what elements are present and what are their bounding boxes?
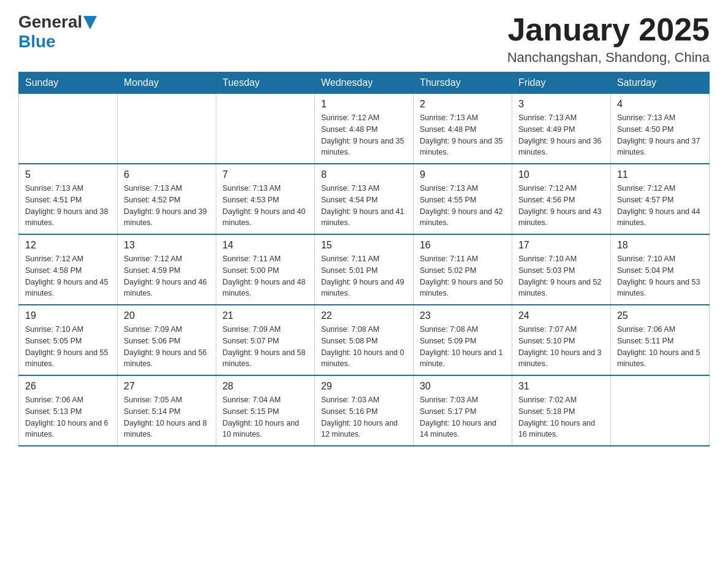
day-info: Sunrise: 7:12 AM Sunset: 4:57 PM Dayligh… [617, 183, 703, 229]
svg-marker-0 [83, 16, 97, 29]
day-cell: 6Sunrise: 7:13 AM Sunset: 4:52 PM Daylig… [117, 164, 216, 234]
day-cell: 12Sunrise: 7:12 AM Sunset: 4:58 PM Dayli… [19, 234, 118, 305]
title-block: January 2025 Nanchangshan, Shandong, Chi… [507, 12, 710, 66]
col-monday: Monday [117, 72, 216, 94]
day-cell: 17Sunrise: 7:10 AM Sunset: 5:03 PM Dayli… [512, 234, 610, 305]
day-cell: 23Sunrise: 7:08 AM Sunset: 5:09 PM Dayli… [413, 305, 512, 375]
day-cell: 30Sunrise: 7:03 AM Sunset: 5:17 PM Dayli… [413, 375, 512, 446]
day-cell: 4Sunrise: 7:13 AM Sunset: 4:50 PM Daylig… [610, 94, 709, 164]
day-number: 23 [420, 310, 506, 321]
day-number: 11 [617, 169, 703, 180]
day-info: Sunrise: 7:03 AM Sunset: 5:17 PM Dayligh… [420, 394, 506, 440]
day-number: 13 [124, 240, 210, 251]
day-cell [117, 94, 216, 164]
day-number: 20 [124, 310, 210, 321]
day-cell: 9Sunrise: 7:13 AM Sunset: 4:55 PM Daylig… [413, 164, 512, 234]
day-info: Sunrise: 7:13 AM Sunset: 4:49 PM Dayligh… [518, 112, 604, 158]
day-number: 3 [518, 99, 604, 110]
day-number: 30 [420, 381, 506, 392]
day-cell: 10Sunrise: 7:12 AM Sunset: 4:56 PM Dayli… [512, 164, 610, 234]
day-cell: 19Sunrise: 7:10 AM Sunset: 5:05 PM Dayli… [19, 305, 118, 375]
day-info: Sunrise: 7:13 AM Sunset: 4:52 PM Dayligh… [124, 183, 210, 229]
day-info: Sunrise: 7:06 AM Sunset: 5:11 PM Dayligh… [617, 324, 703, 370]
day-number: 1 [321, 99, 407, 110]
day-cell: 7Sunrise: 7:13 AM Sunset: 4:53 PM Daylig… [216, 164, 314, 234]
day-cell: 11Sunrise: 7:12 AM Sunset: 4:57 PM Dayli… [610, 164, 709, 234]
day-number: 21 [222, 310, 308, 321]
day-cell: 21Sunrise: 7:09 AM Sunset: 5:07 PM Dayli… [216, 305, 314, 375]
day-info: Sunrise: 7:13 AM Sunset: 4:48 PM Dayligh… [420, 112, 506, 158]
day-cell: 3Sunrise: 7:13 AM Sunset: 4:49 PM Daylig… [512, 94, 610, 164]
day-cell: 18Sunrise: 7:10 AM Sunset: 5:04 PM Dayli… [610, 234, 709, 305]
day-cell [216, 94, 314, 164]
day-info: Sunrise: 7:12 AM Sunset: 4:58 PM Dayligh… [25, 253, 111, 299]
col-thursday: Thursday [413, 72, 512, 94]
day-number: 17 [518, 240, 604, 251]
day-cell: 16Sunrise: 7:11 AM Sunset: 5:02 PM Dayli… [413, 234, 512, 305]
logo-general-text: General [18, 12, 82, 32]
logo-triangle-icon [83, 16, 97, 29]
week-row-4: 19Sunrise: 7:10 AM Sunset: 5:05 PM Dayli… [19, 305, 710, 375]
day-cell: 15Sunrise: 7:11 AM Sunset: 5:01 PM Dayli… [314, 234, 413, 305]
day-cell: 8Sunrise: 7:13 AM Sunset: 4:54 PM Daylig… [314, 164, 413, 234]
day-number: 15 [321, 240, 407, 251]
day-number: 12 [25, 240, 111, 251]
day-info: Sunrise: 7:04 AM Sunset: 5:15 PM Dayligh… [222, 394, 308, 440]
day-info: Sunrise: 7:12 AM Sunset: 4:59 PM Dayligh… [124, 253, 210, 299]
day-info: Sunrise: 7:13 AM Sunset: 4:54 PM Dayligh… [321, 183, 407, 229]
day-cell [19, 94, 118, 164]
day-cell: 13Sunrise: 7:12 AM Sunset: 4:59 PM Dayli… [117, 234, 216, 305]
day-info: Sunrise: 7:08 AM Sunset: 5:09 PM Dayligh… [420, 324, 506, 370]
day-info: Sunrise: 7:11 AM Sunset: 5:02 PM Dayligh… [420, 253, 506, 299]
week-row-3: 12Sunrise: 7:12 AM Sunset: 4:58 PM Dayli… [19, 234, 710, 305]
day-cell: 22Sunrise: 7:08 AM Sunset: 5:08 PM Dayli… [314, 305, 413, 375]
calendar-body: 1Sunrise: 7:12 AM Sunset: 4:48 PM Daylig… [19, 94, 710, 446]
day-number: 16 [420, 240, 506, 251]
day-number: 9 [420, 169, 506, 180]
day-cell: 5Sunrise: 7:13 AM Sunset: 4:51 PM Daylig… [19, 164, 118, 234]
day-info: Sunrise: 7:09 AM Sunset: 5:07 PM Dayligh… [222, 324, 308, 370]
page-header: General Blue January 2025 Nanchangshan, … [18, 12, 710, 66]
day-cell [610, 375, 709, 446]
day-cell: 29Sunrise: 7:03 AM Sunset: 5:16 PM Dayli… [314, 375, 413, 446]
day-number: 25 [617, 310, 703, 321]
day-info: Sunrise: 7:11 AM Sunset: 5:00 PM Dayligh… [222, 253, 308, 299]
day-info: Sunrise: 7:06 AM Sunset: 5:13 PM Dayligh… [25, 394, 111, 440]
day-info: Sunrise: 7:08 AM Sunset: 5:08 PM Dayligh… [321, 324, 407, 370]
day-number: 8 [321, 169, 407, 180]
day-cell: 26Sunrise: 7:06 AM Sunset: 5:13 PM Dayli… [19, 375, 118, 446]
day-number: 5 [25, 169, 111, 180]
day-info: Sunrise: 7:07 AM Sunset: 5:10 PM Dayligh… [518, 324, 604, 370]
logo: General Blue [18, 12, 97, 52]
day-number: 26 [25, 381, 111, 392]
day-info: Sunrise: 7:10 AM Sunset: 5:04 PM Dayligh… [617, 253, 703, 299]
day-cell: 31Sunrise: 7:02 AM Sunset: 5:18 PM Dayli… [512, 375, 610, 446]
day-info: Sunrise: 7:11 AM Sunset: 5:01 PM Dayligh… [321, 253, 407, 299]
day-info: Sunrise: 7:05 AM Sunset: 5:14 PM Dayligh… [124, 394, 210, 440]
day-info: Sunrise: 7:13 AM Sunset: 4:55 PM Dayligh… [420, 183, 506, 229]
week-row-1: 1Sunrise: 7:12 AM Sunset: 4:48 PM Daylig… [19, 94, 710, 164]
day-info: Sunrise: 7:13 AM Sunset: 4:53 PM Dayligh… [222, 183, 308, 229]
day-number: 4 [617, 99, 703, 110]
calendar-header: Sunday Monday Tuesday Wednesday Thursday… [19, 72, 710, 94]
col-tuesday: Tuesday [216, 72, 314, 94]
day-cell: 27Sunrise: 7:05 AM Sunset: 5:14 PM Dayli… [117, 375, 216, 446]
day-cell: 24Sunrise: 7:07 AM Sunset: 5:10 PM Dayli… [512, 305, 610, 375]
day-number: 28 [222, 381, 308, 392]
day-number: 27 [124, 381, 210, 392]
day-info: Sunrise: 7:13 AM Sunset: 4:51 PM Dayligh… [25, 183, 111, 229]
logo-icon: General Blue [18, 12, 97, 52]
day-number: 2 [420, 99, 506, 110]
day-info: Sunrise: 7:12 AM Sunset: 4:56 PM Dayligh… [518, 183, 604, 229]
day-number: 7 [222, 169, 308, 180]
day-cell: 28Sunrise: 7:04 AM Sunset: 5:15 PM Dayli… [216, 375, 314, 446]
day-cell: 20Sunrise: 7:09 AM Sunset: 5:06 PM Dayli… [117, 305, 216, 375]
day-number: 10 [518, 169, 604, 180]
calendar-table: Sunday Monday Tuesday Wednesday Thursday… [18, 72, 710, 446]
day-info: Sunrise: 7:10 AM Sunset: 5:05 PM Dayligh… [25, 324, 111, 370]
day-cell: 25Sunrise: 7:06 AM Sunset: 5:11 PM Dayli… [610, 305, 709, 375]
week-row-2: 5Sunrise: 7:13 AM Sunset: 4:51 PM Daylig… [19, 164, 710, 234]
day-number: 24 [518, 310, 604, 321]
day-number: 29 [321, 381, 407, 392]
location-subtitle: Nanchangshan, Shandong, China [507, 50, 710, 66]
